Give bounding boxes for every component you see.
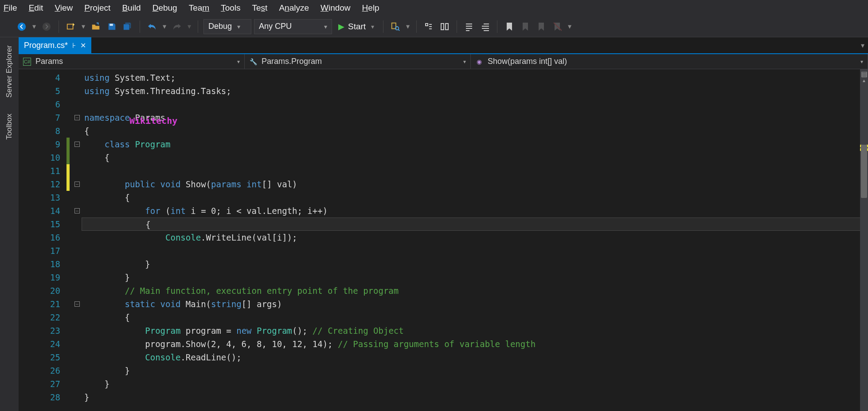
code-area[interactable]: Wikitechy using System.Text; using Syste… xyxy=(82,69,868,411)
left-rail: Server Explorer Toolbox xyxy=(0,37,19,411)
toolbar-overflow-icon[interactable]: ▾ xyxy=(567,20,573,33)
menu-bar: File Edit View Project Build Debug Team … xyxy=(0,0,868,16)
play-icon: ▶ xyxy=(338,22,344,32)
nav-member-combo[interactable]: ◉ Show(params int[] val) ▾ xyxy=(471,54,868,69)
code-editor[interactable]: 4 5 6 7 8 9 10 11 12 13 14 15 16 17 18 1… xyxy=(19,69,868,411)
new-caret[interactable]: ▾ xyxy=(80,20,86,33)
menu-help[interactable]: Help xyxy=(362,3,379,13)
document-tab-strip: Program.cs* ⊦ ✕ ▾ xyxy=(19,37,868,54)
fold-box-icon[interactable]: – xyxy=(74,182,80,187)
open-file-icon[interactable] xyxy=(89,20,102,33)
platform-combo-label: Any CPU xyxy=(259,22,292,31)
nav-member-label: Show(params int[] val) xyxy=(488,57,567,66)
fold-box-icon[interactable]: – xyxy=(74,142,80,147)
save-all-icon[interactable] xyxy=(121,20,134,33)
fold-box-icon[interactable]: – xyxy=(74,301,80,307)
menu-file[interactable]: File xyxy=(4,3,17,13)
nav-class-combo[interactable]: 🔧 Params.Program ▾ xyxy=(245,54,471,69)
nav-project-combo[interactable]: C# Params ▾ xyxy=(19,54,245,69)
menu-tools[interactable]: Tools xyxy=(221,3,240,13)
new-project-icon[interactable] xyxy=(64,20,78,33)
method-icon: ◉ xyxy=(475,58,483,66)
menu-window[interactable]: Window xyxy=(321,3,351,13)
nav-back-button[interactable] xyxy=(15,20,28,33)
svg-point-1 xyxy=(43,22,51,30)
class-icon: 🔧 xyxy=(249,58,257,66)
chevron-down-icon: ▾ xyxy=(371,23,374,30)
change-marker-band xyxy=(66,69,73,411)
bookmark-icon[interactable] xyxy=(503,20,516,33)
indent-icon[interactable] xyxy=(462,20,476,33)
nav-class-label: Params.Program xyxy=(262,57,322,66)
chevron-down-icon: ▾ xyxy=(237,23,240,30)
platform-combo[interactable]: Any CPU ▾ xyxy=(254,19,332,34)
bookmark-next-icon[interactable] xyxy=(535,20,548,33)
line-number-gutter: 4 5 6 7 8 9 10 11 12 13 14 15 16 17 18 1… xyxy=(19,69,66,411)
save-icon[interactable] xyxy=(105,20,118,33)
svg-point-0 xyxy=(18,22,26,30)
menu-analyze[interactable]: Analyze xyxy=(279,3,309,13)
svg-rect-3 xyxy=(109,24,113,26)
svg-rect-2 xyxy=(67,24,73,29)
redo-icon[interactable] xyxy=(170,20,184,33)
csharp-icon: C# xyxy=(23,58,31,66)
start-button[interactable]: ▶ Start ▾ xyxy=(335,22,378,32)
chevron-down-icon: ▾ xyxy=(324,23,327,30)
server-explorer-tab[interactable]: Server Explorer xyxy=(3,42,16,101)
undo-icon[interactable] xyxy=(145,20,159,33)
pin-icon[interactable]: ⊦ xyxy=(72,41,76,50)
outdent-icon[interactable] xyxy=(478,20,492,33)
svg-rect-7 xyxy=(446,24,448,30)
fold-column[interactable]: – – – – – xyxy=(73,69,82,411)
menu-edit[interactable]: Edit xyxy=(29,3,43,13)
bookmark-clear-icon[interactable] xyxy=(551,20,564,33)
find-in-files-icon[interactable] xyxy=(389,20,402,33)
toolbox-tab[interactable]: Toolbox xyxy=(3,110,16,143)
find-caret[interactable]: ▾ xyxy=(405,20,411,33)
menu-test[interactable]: Test xyxy=(252,3,268,13)
menu-team[interactable]: Team xyxy=(189,3,209,13)
close-icon[interactable]: ✕ xyxy=(80,41,86,50)
scroll-up-icon[interactable]: ▲ xyxy=(860,78,868,84)
bookmark-prev-icon[interactable] xyxy=(519,20,532,33)
fold-box-icon[interactable]: – xyxy=(74,115,80,120)
chevron-down-icon: ▾ xyxy=(237,59,240,65)
step-icon-1[interactable] xyxy=(422,20,435,33)
tab-overflow-icon[interactable]: ▾ xyxy=(861,37,868,53)
undo-caret[interactable]: ▾ xyxy=(161,20,168,33)
menu-debug[interactable]: Debug xyxy=(152,3,177,13)
split-icon[interactable]: ▤ xyxy=(860,70,868,77)
nav-back-caret[interactable]: ▾ xyxy=(31,20,37,33)
document-tab-title: Program.cs* xyxy=(24,41,68,50)
menu-build[interactable]: Build xyxy=(122,3,141,13)
start-label: Start xyxy=(348,22,366,32)
nav-project-label: Params xyxy=(35,57,63,66)
toolbar: ▾ ▾ ▾ ▾ Debug ▾ Any CPU ▾ ▶ Start ▾ ▾ ▾ xyxy=(0,16,868,37)
fold-box-icon[interactable]: – xyxy=(74,208,80,213)
scrollbar-thumb[interactable] xyxy=(861,145,867,198)
chevron-down-icon: ▾ xyxy=(463,59,466,65)
config-combo-label: Debug xyxy=(208,22,232,31)
menu-project[interactable]: Project xyxy=(84,3,110,13)
vertical-scrollbar[interactable]: ▤ ▲ xyxy=(860,69,868,411)
config-combo[interactable]: Debug ▾ xyxy=(203,19,251,34)
redo-caret[interactable]: ▾ xyxy=(186,20,192,33)
navigation-bar: C# Params ▾ 🔧 Params.Program ▾ ◉ Show(pa… xyxy=(19,54,868,69)
step-icon-2[interactable] xyxy=(438,20,451,33)
svg-rect-6 xyxy=(441,24,444,30)
nav-forward-button[interactable] xyxy=(40,20,53,33)
chevron-down-icon: ▾ xyxy=(860,59,863,65)
document-tab[interactable]: Program.cs* ⊦ ✕ xyxy=(19,37,91,53)
menu-view[interactable]: View xyxy=(55,3,73,13)
